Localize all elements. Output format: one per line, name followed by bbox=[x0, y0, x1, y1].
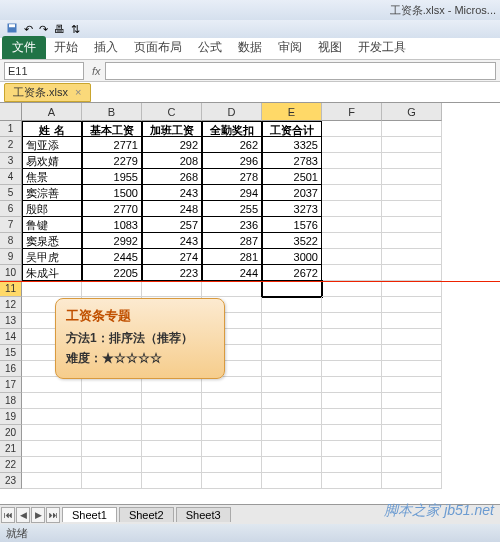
cell[interactable]: 1500 bbox=[82, 185, 142, 201]
cell[interactable] bbox=[382, 297, 442, 313]
row-header[interactable]: 10 bbox=[0, 265, 22, 281]
cell[interactable]: 1083 bbox=[82, 217, 142, 233]
cell[interactable] bbox=[262, 329, 322, 345]
row-header[interactable]: 2 bbox=[0, 137, 22, 153]
cell[interactable] bbox=[22, 457, 82, 473]
cell[interactable] bbox=[262, 441, 322, 457]
cell[interactable]: 吴甲虎 bbox=[22, 249, 82, 265]
cell[interactable] bbox=[202, 441, 262, 457]
cell[interactable]: 訇亚添 bbox=[22, 137, 82, 153]
cell[interactable]: 易欢婧 bbox=[22, 153, 82, 169]
grid[interactable]: ABCDEFG 12345678910111213141516171819202… bbox=[0, 102, 500, 502]
cell[interactable] bbox=[82, 441, 142, 457]
row-header[interactable]: 12 bbox=[0, 297, 22, 313]
cell[interactable]: 工资合计 bbox=[262, 121, 322, 137]
cell[interactable] bbox=[382, 457, 442, 473]
redo-icon[interactable]: ↷ bbox=[39, 23, 48, 36]
row-header[interactable]: 5 bbox=[0, 185, 22, 201]
cell[interactable] bbox=[82, 425, 142, 441]
cell[interactable] bbox=[142, 425, 202, 441]
cell[interactable] bbox=[22, 425, 82, 441]
cell[interactable] bbox=[322, 153, 382, 169]
tab-dev[interactable]: 开发工具 bbox=[350, 36, 414, 59]
col-header-A[interactable]: A bbox=[22, 103, 82, 121]
cell[interactable] bbox=[382, 169, 442, 185]
cell[interactable] bbox=[142, 377, 202, 393]
cell[interactable]: 243 bbox=[142, 233, 202, 249]
fx-icon[interactable]: fx bbox=[92, 65, 101, 77]
col-header-F[interactable]: F bbox=[322, 103, 382, 121]
tab-formula[interactable]: 公式 bbox=[190, 36, 230, 59]
cell[interactable] bbox=[82, 409, 142, 425]
cell[interactable]: 2771 bbox=[82, 137, 142, 153]
cell[interactable] bbox=[262, 361, 322, 377]
cell[interactable]: 2770 bbox=[82, 201, 142, 217]
cell[interactable]: 3325 bbox=[262, 137, 322, 153]
cell[interactable] bbox=[202, 457, 262, 473]
tab-file[interactable]: 文件 bbox=[2, 36, 46, 59]
cell[interactable] bbox=[142, 457, 202, 473]
row-header[interactable]: 8 bbox=[0, 233, 22, 249]
cell[interactable]: 全勤奖扣 bbox=[202, 121, 262, 137]
cell[interactable]: 窦泉悉 bbox=[22, 233, 82, 249]
cell[interactable] bbox=[382, 361, 442, 377]
cell[interactable] bbox=[82, 457, 142, 473]
row-header[interactable]: 16 bbox=[0, 361, 22, 377]
cell[interactable]: 223 bbox=[142, 265, 202, 281]
tab-layout[interactable]: 页面布局 bbox=[126, 36, 190, 59]
cell[interactable]: 鲁键 bbox=[22, 217, 82, 233]
print-icon[interactable]: 🖶 bbox=[54, 23, 65, 35]
cell[interactable] bbox=[82, 473, 142, 489]
cell[interactable] bbox=[142, 393, 202, 409]
sort-icon[interactable]: ⇅ bbox=[71, 23, 80, 36]
undo-icon[interactable]: ↶ bbox=[24, 23, 33, 36]
cell[interactable]: 257 bbox=[142, 217, 202, 233]
cell[interactable] bbox=[322, 329, 382, 345]
row-header[interactable]: 20 bbox=[0, 425, 22, 441]
row-header[interactable]: 7 bbox=[0, 217, 22, 233]
cell[interactable] bbox=[202, 377, 262, 393]
cell[interactable]: 255 bbox=[202, 201, 262, 217]
cell[interactable] bbox=[202, 409, 262, 425]
cell[interactable] bbox=[262, 313, 322, 329]
cell[interactable] bbox=[382, 201, 442, 217]
cell[interactable] bbox=[382, 121, 442, 137]
close-icon[interactable]: × bbox=[75, 86, 81, 98]
formula-bar[interactable] bbox=[105, 62, 496, 80]
row-header[interactable]: 14 bbox=[0, 329, 22, 345]
row-header[interactable]: 22 bbox=[0, 457, 22, 473]
select-all-corner[interactable] bbox=[0, 103, 22, 121]
cell[interactable] bbox=[322, 265, 382, 281]
cell[interactable]: 287 bbox=[202, 233, 262, 249]
row-header[interactable]: 15 bbox=[0, 345, 22, 361]
cell[interactable] bbox=[382, 185, 442, 201]
cell[interactable]: 3000 bbox=[262, 249, 322, 265]
row-header[interactable]: 19 bbox=[0, 409, 22, 425]
cell[interactable] bbox=[382, 137, 442, 153]
cell[interactable] bbox=[382, 153, 442, 169]
cell[interactable] bbox=[322, 201, 382, 217]
cell[interactable] bbox=[322, 169, 382, 185]
sheet-tab-1[interactable]: Sheet1 bbox=[62, 507, 117, 522]
row-header[interactable]: 17 bbox=[0, 377, 22, 393]
cell[interactable]: 2445 bbox=[82, 249, 142, 265]
cell[interactable]: 加班工资 bbox=[142, 121, 202, 137]
cell[interactable] bbox=[262, 473, 322, 489]
col-header-C[interactable]: C bbox=[142, 103, 202, 121]
cell[interactable] bbox=[382, 281, 442, 297]
cell[interactable]: 268 bbox=[142, 169, 202, 185]
cell[interactable] bbox=[262, 281, 322, 297]
cell[interactable] bbox=[22, 393, 82, 409]
sheet-nav-next[interactable]: ▶ bbox=[31, 507, 45, 523]
sheet-nav-last[interactable]: ⏭ bbox=[46, 507, 60, 523]
row-header[interactable]: 1 bbox=[0, 121, 22, 137]
cell[interactable]: 1955 bbox=[82, 169, 142, 185]
cell[interactable] bbox=[262, 345, 322, 361]
cell[interactable] bbox=[382, 345, 442, 361]
cell[interactable] bbox=[22, 409, 82, 425]
cell[interactable] bbox=[382, 393, 442, 409]
cell[interactable]: 2205 bbox=[82, 265, 142, 281]
cell[interactable] bbox=[142, 441, 202, 457]
cell[interactable] bbox=[322, 473, 382, 489]
cell[interactable] bbox=[142, 473, 202, 489]
